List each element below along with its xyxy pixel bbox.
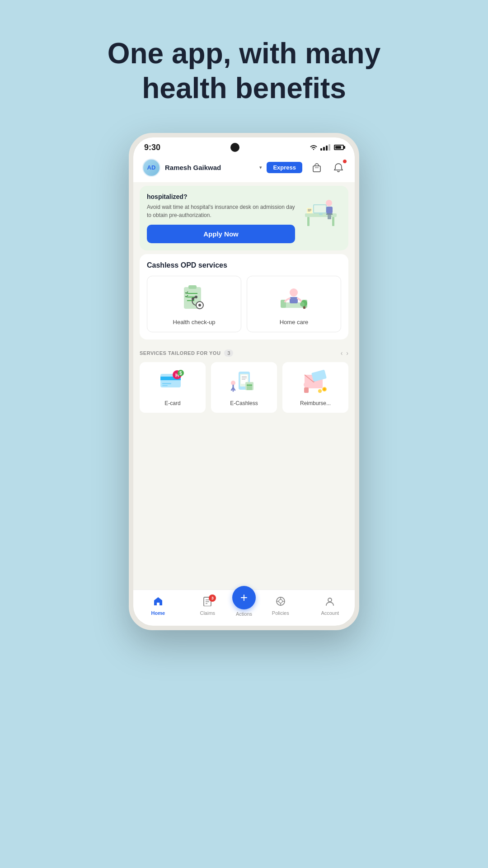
opd-label-home-care: Home care xyxy=(280,319,309,326)
account-icon xyxy=(325,596,335,609)
notification-icon[interactable] xyxy=(331,160,346,175)
svg-rect-57 xyxy=(304,387,309,393)
svg-point-66 xyxy=(279,599,282,603)
hosp-title: hospitalized? xyxy=(147,193,295,200)
services-title: SERVICES TAILORED FOR YOU xyxy=(140,350,221,356)
chevron-right-icon[interactable]: › xyxy=(346,349,348,357)
services-nav[interactable]: ‹ › xyxy=(341,349,348,357)
svg-rect-55 xyxy=(311,370,326,382)
opd-grid: Health check-up xyxy=(147,276,341,332)
phone-mockup: 9:30 xyxy=(129,133,359,630)
svg-rect-10 xyxy=(326,213,333,215)
services-section: SERVICES TAILORED FOR YOU 3 ‹ › xyxy=(133,343,355,420)
signal-icon xyxy=(320,144,330,151)
svg-point-22 xyxy=(192,297,194,300)
service-item-ecard[interactable]: H $ E-card xyxy=(140,362,206,413)
svg-rect-12 xyxy=(307,208,312,213)
svg-point-24 xyxy=(198,304,201,307)
service-label-ecashless: E-Cashless xyxy=(230,400,258,406)
chevron-down-icon[interactable]: ▾ xyxy=(259,165,262,170)
service-label-reimburse: Reimburse... xyxy=(300,400,331,406)
svg-point-32 xyxy=(300,302,305,307)
services-grid: H $ E-card xyxy=(133,360,355,420)
bottom-nav: Home 3 Claims + Actions xyxy=(133,590,355,626)
svg-point-59 xyxy=(323,388,326,391)
svg-point-8 xyxy=(326,200,332,206)
svg-text:$: $ xyxy=(179,371,182,376)
camera-cutout xyxy=(230,143,239,152)
opd-label-health-checkup: Health check-up xyxy=(173,319,216,326)
services-header: SERVICES TAILORED FOR YOU 3 ‹ › xyxy=(133,343,355,360)
claims-icon: 3 xyxy=(202,596,212,609)
nav-item-policies[interactable]: Policies xyxy=(256,596,305,616)
user-name: Ramesh Gaikwad xyxy=(165,164,254,171)
hosp-illustration xyxy=(300,193,341,229)
svg-rect-0 xyxy=(313,166,320,172)
services-count: 3 xyxy=(224,349,233,357)
svg-rect-48 xyxy=(247,384,252,390)
nav-item-account[interactable]: Account xyxy=(305,596,355,616)
nav-item-actions[interactable]: + Actions xyxy=(232,595,256,617)
opd-title: Cashless OPD services xyxy=(147,261,341,269)
service-label-ecard: E-card xyxy=(164,400,180,406)
health-checkup-illustration xyxy=(176,283,212,314)
nav-label-actions: Actions xyxy=(236,611,252,617)
ecashless-illustration xyxy=(228,368,260,396)
express-badge: Express xyxy=(267,162,302,173)
home-care-illustration xyxy=(276,283,312,314)
wifi-icon xyxy=(310,144,318,151)
svg-rect-11 xyxy=(328,215,331,219)
home-icon xyxy=(153,596,163,609)
apply-now-button[interactable]: Apply Now xyxy=(147,225,295,243)
notification-badge xyxy=(343,159,347,164)
opd-item-home-care[interactable]: Home care xyxy=(247,276,341,332)
scroll-content[interactable]: hospitalized? Avoid wait time at hospita… xyxy=(133,182,355,626)
svg-rect-29 xyxy=(290,297,298,303)
app-header: AD Ramesh Gaikwad ▾ Express xyxy=(133,155,355,182)
svg-rect-35 xyxy=(162,383,171,384)
hospitalization-card: hospitalized? Avoid wait time at hospita… xyxy=(140,186,348,250)
bag-icon[interactable] xyxy=(310,160,324,175)
ecard-illustration: H $ xyxy=(157,368,188,396)
svg-point-28 xyxy=(290,288,298,297)
svg-rect-4 xyxy=(332,217,334,226)
svg-rect-9 xyxy=(326,207,333,213)
svg-point-23 xyxy=(195,296,197,298)
nav-label-account: Account xyxy=(321,610,339,616)
svg-rect-36 xyxy=(162,385,168,386)
svg-point-71 xyxy=(328,598,332,602)
hosp-desc: Avoid wait time at hospital's insurance … xyxy=(147,203,295,219)
nav-item-home[interactable]: Home xyxy=(133,596,183,616)
status-icons xyxy=(310,144,344,151)
hosp-text: hospitalized? Avoid wait time at hospita… xyxy=(147,193,295,243)
svg-rect-3 xyxy=(307,217,310,226)
svg-point-60 xyxy=(318,389,322,393)
battery-icon xyxy=(334,145,344,150)
nav-label-claims: Claims xyxy=(200,610,215,616)
plus-icon[interactable]: + xyxy=(232,586,256,609)
claims-badge: 3 xyxy=(209,594,216,602)
reimburse-illustration xyxy=(300,368,331,396)
nav-item-claims[interactable]: 3 Claims xyxy=(183,596,233,616)
status-time: 9:30 xyxy=(144,143,160,152)
nav-label-home: Home xyxy=(151,610,165,616)
avatar: AD xyxy=(142,159,160,177)
chevron-left-icon[interactable]: ‹ xyxy=(341,349,343,357)
page-headline: One app, with many health benefits xyxy=(86,36,402,106)
svg-rect-6 xyxy=(314,205,326,212)
svg-point-56 xyxy=(304,382,309,387)
opd-card: Cashless OPD services xyxy=(140,254,348,340)
policies-icon xyxy=(276,596,286,609)
service-item-ecashless[interactable]: E-Cashless xyxy=(211,362,277,413)
svg-rect-7 xyxy=(319,213,323,215)
nav-label-policies: Policies xyxy=(272,610,289,616)
service-item-reimburse[interactable]: Reimburse... xyxy=(282,362,348,413)
status-bar: 9:30 xyxy=(133,137,355,155)
opd-item-health-checkup[interactable]: Health check-up xyxy=(147,276,241,332)
svg-rect-17 xyxy=(188,285,197,289)
